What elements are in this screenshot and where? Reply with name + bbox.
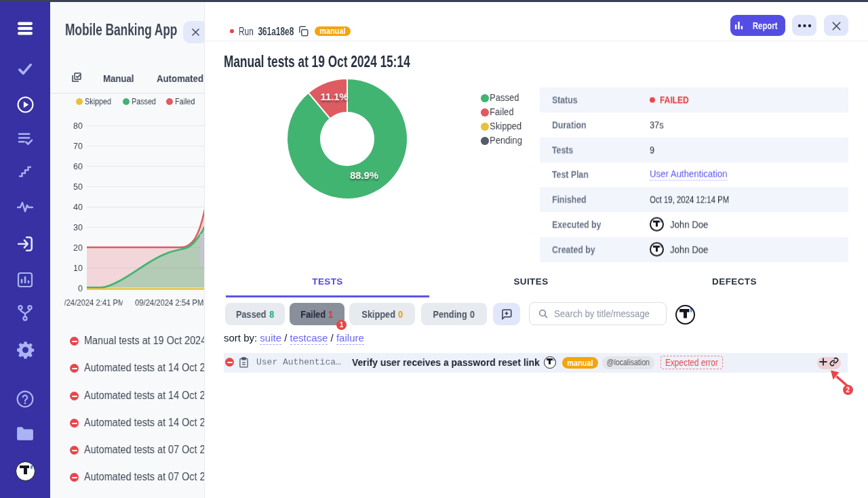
- svg-text:80: 80: [73, 121, 83, 131]
- svg-text:20: 20: [73, 243, 83, 253]
- svg-text:10: 10: [73, 264, 83, 273]
- svg-text:30: 30: [73, 223, 83, 232]
- svg-text:50: 50: [73, 182, 83, 192]
- svg-text:40: 40: [73, 203, 83, 212]
- svg-text:70: 70: [73, 142, 83, 151]
- svg-text:0: 0: [78, 284, 83, 293]
- svg-text:60: 60: [73, 162, 83, 171]
